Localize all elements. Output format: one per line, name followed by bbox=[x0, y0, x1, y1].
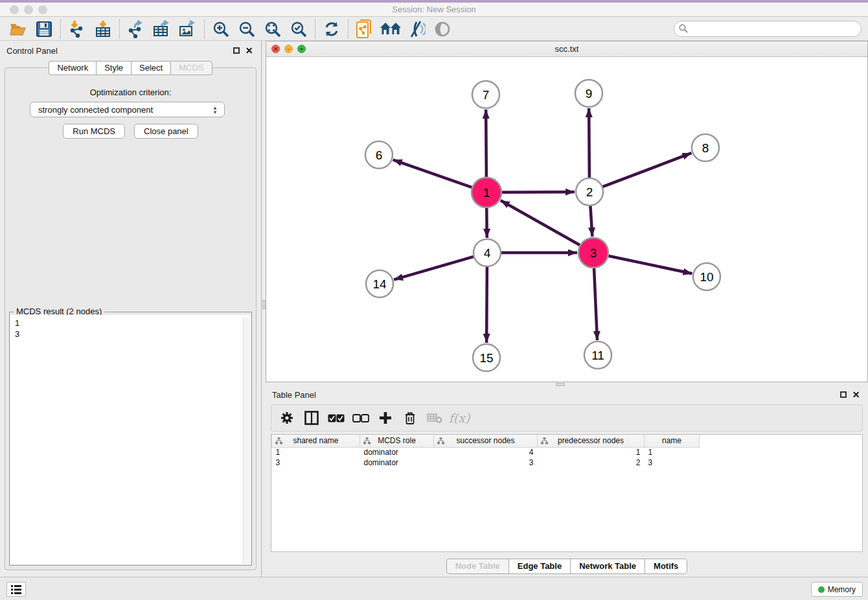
zoom-selected-icon[interactable] bbox=[286, 19, 312, 40]
graph-edge-3-10[interactable] bbox=[608, 256, 692, 273]
graph-node-label: 7 bbox=[483, 88, 490, 102]
session-title: Session: New Session bbox=[0, 5, 868, 14]
graph-edge-2-3[interactable] bbox=[590, 206, 592, 237]
new-network-icon[interactable] bbox=[352, 19, 378, 40]
table-row[interactable]: 3dominator323 bbox=[272, 457, 700, 468]
delete-column-icon[interactable] bbox=[400, 408, 420, 428]
criterion-value: strongly connected component bbox=[38, 105, 153, 115]
result-scrollbar[interactable] bbox=[243, 317, 250, 564]
select-stepper-icon: ▲▼ bbox=[211, 104, 219, 115]
tab-select[interactable]: Select bbox=[131, 61, 170, 75]
graph-edge-4-14[interactable] bbox=[394, 257, 474, 280]
zoom-fit-icon[interactable] bbox=[260, 19, 286, 40]
control-panel: Control Panel ✕ Network Style Select MCD… bbox=[0, 41, 261, 577]
graph-node-label: 11 bbox=[591, 349, 604, 362]
graph-node-label: 9 bbox=[586, 87, 593, 100]
graph-edge-4-15[interactable] bbox=[486, 267, 487, 343]
graph-edge-1-6[interactable] bbox=[393, 160, 472, 187]
toolbar-separator bbox=[315, 19, 315, 39]
status-bar: Memory bbox=[0, 577, 868, 600]
graph-node-label: 1 bbox=[483, 186, 490, 200]
table-row[interactable]: 1dominator411 bbox=[272, 447, 700, 457]
node-table[interactable]: shared name MCDS role successor nodes pr… bbox=[271, 434, 863, 552]
task-history-button[interactable] bbox=[6, 582, 26, 597]
optimization-criterion-label: Optimization criterion: bbox=[5, 87, 256, 97]
graph-node-label: 15 bbox=[479, 351, 493, 365]
function-builder-icon[interactable]: f(x) bbox=[449, 408, 470, 428]
task-list-icon bbox=[11, 585, 21, 594]
mcds-result-list[interactable]: 1 3 bbox=[10, 315, 251, 564]
graph-node-label: 3 bbox=[590, 246, 597, 260]
add-column-icon[interactable] bbox=[375, 408, 396, 428]
export-table-icon[interactable] bbox=[149, 19, 175, 40]
tab-mcds[interactable]: MCDS bbox=[170, 61, 212, 75]
export-image-icon[interactable] bbox=[175, 19, 201, 40]
hide-details-icon[interactable] bbox=[404, 19, 429, 40]
criterion-select[interactable]: strongly connected component ▲▼ bbox=[30, 102, 225, 117]
memory-status-icon bbox=[818, 586, 825, 593]
deselect-all-icon[interactable] bbox=[350, 408, 371, 428]
graph-edge-1-7[interactable] bbox=[486, 110, 486, 177]
save-session-icon[interactable] bbox=[31, 19, 57, 40]
float-panel-icon[interactable] bbox=[232, 46, 240, 54]
tab-style[interactable]: Style bbox=[96, 61, 131, 75]
columns-icon[interactable] bbox=[301, 408, 322, 428]
graph-node-label: 14 bbox=[372, 277, 387, 291]
import-network-icon[interactable] bbox=[64, 19, 90, 40]
zoom-in-icon[interactable] bbox=[208, 19, 234, 40]
network-graph[interactable]: 7968124314101511 bbox=[266, 57, 867, 382]
toolbar-separator bbox=[204, 19, 205, 39]
vertical-splitter[interactable] bbox=[261, 41, 266, 577]
import-table-icon[interactable] bbox=[90, 19, 116, 40]
table-toolbar: f(x) bbox=[271, 404, 863, 432]
graph-node-label: 4 bbox=[484, 246, 491, 260]
float-panel-icon[interactable] bbox=[839, 390, 847, 398]
tab-network[interactable]: Network bbox=[49, 61, 96, 75]
delete-table-icon[interactable] bbox=[424, 408, 445, 428]
hierarchy-icon bbox=[437, 437, 444, 444]
tab-node-table[interactable]: Node Table bbox=[446, 559, 508, 574]
column-header-predecessor-nodes[interactable]: predecessor nodes bbox=[538, 435, 645, 447]
home-icon[interactable] bbox=[378, 19, 404, 40]
open-session-icon[interactable] bbox=[5, 19, 31, 40]
graph-edge-3-11[interactable] bbox=[594, 268, 597, 340]
main-toolbar bbox=[0, 17, 868, 41]
graph-edge-2-8[interactable] bbox=[603, 153, 692, 187]
apply-layout-icon[interactable] bbox=[319, 19, 345, 40]
select-all-icon[interactable] bbox=[326, 408, 347, 428]
graph-edge-3-1[interactable] bbox=[501, 200, 580, 245]
tab-motifs[interactable]: Motifs bbox=[645, 559, 687, 574]
memory-button[interactable]: Memory bbox=[811, 582, 863, 597]
network-canvas[interactable]: 7968124314101511 bbox=[266, 57, 867, 382]
tab-network-table[interactable]: Network Table bbox=[570, 559, 645, 574]
toolbar-separator bbox=[348, 19, 348, 39]
graph-edge-1-2[interactable] bbox=[502, 192, 575, 192]
zoom-out-icon[interactable] bbox=[234, 19, 260, 40]
toolbar-separator bbox=[60, 19, 61, 39]
gear-icon[interactable] bbox=[277, 408, 297, 428]
close-panel-icon[interactable]: ✕ bbox=[852, 390, 860, 398]
mcds-panel: Optimization criterion: strongly connect… bbox=[5, 67, 257, 570]
column-header-shared-name[interactable]: shared name bbox=[272, 435, 360, 447]
search-input[interactable] bbox=[674, 21, 862, 37]
column-header-mcds-role[interactable]: MCDS role bbox=[360, 435, 434, 447]
close-panel-button[interactable]: Close panel bbox=[134, 124, 198, 139]
run-mcds-button[interactable]: Run MCDS bbox=[63, 124, 125, 139]
network-window-titlebar[interactable]: ✕ − + scc.txt bbox=[266, 41, 867, 57]
result-line: 1 bbox=[15, 317, 251, 329]
close-panel-icon[interactable]: ✕ bbox=[245, 46, 253, 54]
graph-edge-2-9[interactable] bbox=[589, 108, 589, 178]
hierarchy-icon bbox=[275, 437, 282, 444]
column-header-successor-nodes[interactable]: successor nodes bbox=[434, 435, 538, 447]
network-window-title: scc.txt bbox=[266, 44, 867, 54]
export-network-icon[interactable] bbox=[123, 19, 149, 40]
table-panel-title: Table Panel bbox=[272, 390, 316, 400]
tab-edge-table[interactable]: Edge Table bbox=[508, 559, 570, 574]
show-details-icon[interactable] bbox=[429, 19, 455, 40]
graph-node-label: 6 bbox=[376, 148, 383, 162]
graph-node-label: 8 bbox=[702, 141, 709, 155]
table-panel: Table Panel ✕ f(x) bbox=[266, 386, 868, 577]
column-header-name[interactable]: name bbox=[645, 435, 700, 447]
control-panel-title: Control Panel bbox=[6, 46, 58, 56]
network-view-window: ✕ − + scc.txt 7968124314101511 bbox=[266, 41, 868, 382]
